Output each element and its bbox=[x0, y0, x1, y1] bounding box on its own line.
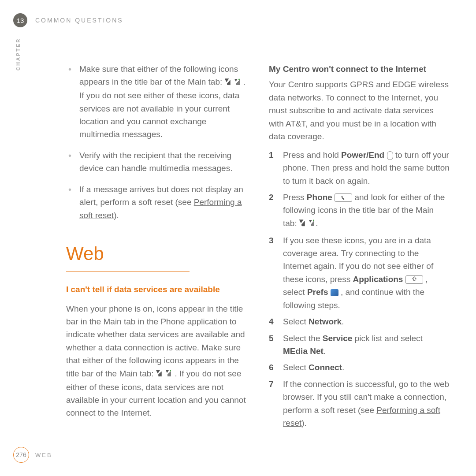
power-end-icon bbox=[387, 151, 393, 160]
signal-icon bbox=[299, 217, 306, 230]
bullet-list: Make sure that either of the following i… bbox=[66, 63, 247, 222]
right-heading: My Centro won't connect to the Internet bbox=[269, 63, 450, 75]
list-item: 7 If the connection is successful, go to… bbox=[269, 378, 450, 430]
page-footer: 276 WEB bbox=[13, 447, 52, 463]
side-chapter-label: CHAPTER bbox=[15, 38, 21, 71]
phone-button-icon bbox=[335, 193, 352, 202]
chapter-number-badge: 13 bbox=[13, 13, 27, 27]
paragraph: When your phone is on, icons appear in t… bbox=[66, 302, 247, 420]
left-column: Make sure that either of the following i… bbox=[66, 63, 247, 433]
list-item: 3 If you see these icons, you are in a d… bbox=[269, 234, 450, 312]
list-item: 6 Select Connect. bbox=[269, 361, 450, 374]
page-number: 276 bbox=[13, 447, 29, 463]
list-item: 2 Press Phone and look for either of the… bbox=[269, 191, 450, 231]
list-item: 4 Select Network. bbox=[269, 315, 450, 328]
signal-active-icon bbox=[165, 368, 172, 380]
page-header: 13 COMMON QUESTIONS bbox=[13, 13, 450, 27]
list-item: If a message arrives but does not displa… bbox=[66, 183, 247, 222]
section-title-web: Web bbox=[66, 239, 247, 268]
section-divider bbox=[66, 271, 190, 272]
subheading: I can't tell if data services are availa… bbox=[66, 283, 247, 296]
list-item: Make sure that either of the following i… bbox=[66, 63, 247, 141]
signal-icon bbox=[156, 368, 163, 380]
list-item: Verify with the recipient that the recei… bbox=[66, 149, 247, 175]
signal-active-icon bbox=[234, 76, 241, 89]
list-item: 1 Press and hold Power/End to turn off y… bbox=[269, 149, 450, 187]
signal-active-icon bbox=[309, 217, 316, 230]
list-item: 5 Select the Service pick list and selec… bbox=[269, 332, 450, 358]
signal-icon bbox=[225, 76, 232, 89]
main-content: Make sure that either of the following i… bbox=[13, 54, 450, 433]
prefs-icon bbox=[331, 289, 338, 296]
numbered-list: 1 Press and hold Power/End to turn off y… bbox=[269, 149, 450, 430]
footer-label: WEB bbox=[35, 452, 52, 458]
applications-button-icon bbox=[405, 275, 423, 284]
header-title: COMMON QUESTIONS bbox=[35, 17, 123, 24]
intro-paragraph: Your Centro supports GPRS and EDGE wirel… bbox=[269, 78, 450, 143]
right-column: My Centro won't connect to the Internet … bbox=[269, 63, 450, 433]
